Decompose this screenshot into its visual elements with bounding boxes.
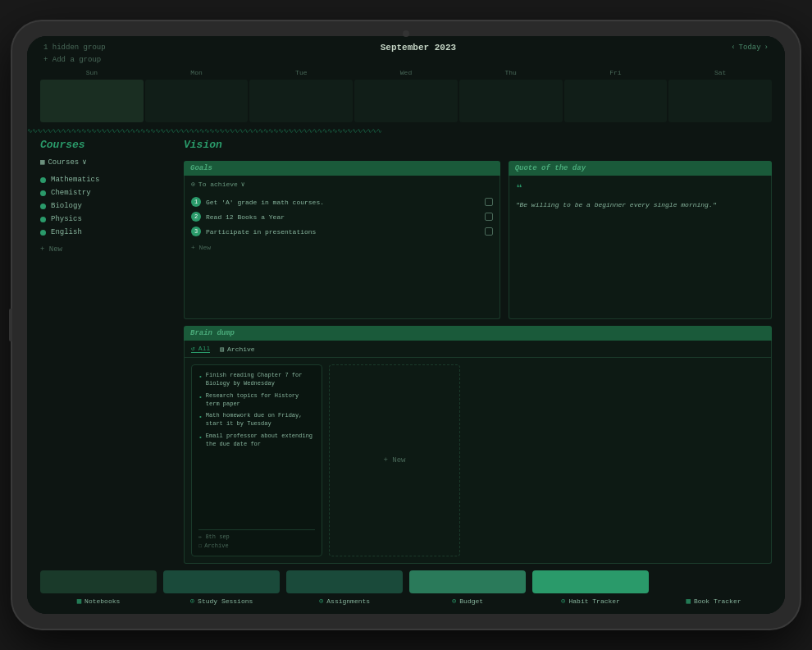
nav-item-book-tracker[interactable]: ▦ Book Tracker [655,597,772,606]
to-achieve-label: To achieve [198,181,238,188]
budget-nav-icon: ⊙ [452,597,456,606]
nav-label-habit-tracker: Habit Tracker [569,597,620,605]
dump-note-items: • Finish reading Chapter 7 for Biology b… [198,372,315,526]
dump-note-item-1: • Finish reading Chapter 7 for Biology b… [198,372,315,388]
goals-header: Goals [184,161,500,176]
courses-dropdown-label: Courses [48,158,79,167]
nav-label-study-sessions: Study Sessions [198,597,253,605]
course-item-physics[interactable]: Physics [40,213,174,226]
nav-thumb-1 [40,570,157,593]
add-new-course-button[interactable]: + New [40,245,174,254]
nav-label-book-tracker: Book Tracker [694,597,741,605]
nav-label-notebooks: Notebooks [84,597,120,605]
refresh-icon: ↺ [191,345,195,352]
prev-month-icon[interactable]: ‹ [731,43,735,52]
day-sat: Sat [668,67,772,78]
nav-item-study-sessions[interactable]: ⊙ Study Sessions [163,597,280,606]
course-dot [40,217,46,222]
calendar-cell-3[interactable] [249,80,353,122]
calendar-cell-2[interactable] [145,80,249,122]
bullet-icon-1: • [198,373,203,380]
calendar-cell-5[interactable] [459,80,563,122]
calendar-section: 1 hidden group September 2023 ‹ Today › … [27,36,785,122]
brain-dump-header: Brain dump [184,326,772,341]
add-group-button[interactable]: + Add a group [40,56,772,64]
to-achieve-dropdown[interactable]: ⊙ To achieve ∨ [191,181,493,188]
goal-item-3: 3 Participate in presentations [191,224,493,239]
goals-body: ⊙ To achieve ∨ 1 Get 'A' grade in math c… [184,176,500,319]
dump-note-item-3: • Math homework due on Friday, start it … [198,412,315,428]
dump-tabs: ↺ All ▤ Archive [185,341,771,358]
tablet-device: 1 hidden group September 2023 ‹ Today › … [12,21,800,629]
archive-icon: ▤ [220,346,224,353]
bottom-nav: ▦ Notebooks ⊙ Study Sessions ⊙ Assignmen… [27,564,785,614]
course-name-physics: Physics [51,215,82,223]
add-new-goal-button[interactable]: + New [191,244,493,251]
dump-tab-all[interactable]: ↺ All [191,345,210,353]
course-dot [40,190,46,196]
hidden-group-text: 1 hidden group [43,43,106,52]
course-item-chemistry[interactable]: Chemistry [40,186,174,199]
screen-content: 1 hidden group September 2023 ‹ Today › … [27,36,785,614]
day-wed: Wed [354,67,458,78]
goal-left-2: 2 Read 12 Books a Year [191,212,285,222]
goal-text-2: Read 12 Books a Year [206,213,285,221]
calendar-cell-4[interactable] [354,80,458,122]
notebook-nav-icon: ▦ [77,597,81,606]
course-dot [40,204,46,209]
quote-section: Quote of the day ❝ "Be willing to be a b… [509,161,772,319]
today-button[interactable]: Today [739,43,761,52]
courses-dropdown[interactable]: ▦ Courses ∨ [40,158,174,167]
nav-item-assignments[interactable]: ⊙ Assignments [286,597,403,606]
nav-thumb-5 [532,570,649,593]
nav-label-assignments: Assignments [326,597,370,605]
assignments-nav-icon: ⊙ [319,597,323,606]
dump-note-text-1: Finish reading Chapter 7 for Biology by … [206,372,315,388]
course-item-mathematics[interactable]: Mathematics [40,173,174,186]
calendar-cell-7[interactable] [668,80,772,122]
dump-note-item-4: • Email professor about extending the du… [198,433,315,449]
course-item-english[interactable]: English [40,226,174,239]
nav-item-notebooks[interactable]: ▦ Notebooks [40,597,157,606]
bullet-icon-2: • [198,393,203,401]
course-dot [40,177,46,183]
calendar-title: September 2023 [381,43,456,53]
calendar-cell-6[interactable] [564,80,668,122]
nav-thumb-6 [655,570,772,593]
quote-body: ❝ "Be willing to be a beginner every sin… [509,176,772,319]
course-list: Mathematics Chemistry Biology Physi [40,173,174,239]
brain-dump-body: ↺ All ▤ Archive [184,341,772,564]
add-icon: + New [383,456,405,465]
archive-label: Archive [204,542,228,549]
goal-checkbox-2[interactable] [485,213,493,221]
nav-item-budget[interactable]: ⊙ Budget [409,597,526,606]
dump-tab-archive[interactable]: ▤ Archive [220,346,254,353]
nav-item-habit-tracker[interactable]: ⊙ Habit Tracker [532,597,649,606]
checkbox-icon: ☐ [198,542,202,549]
course-item-biology[interactable]: Biology [40,199,174,213]
calendar-cell-1[interactable] [40,80,144,122]
next-month-icon[interactable]: › [764,43,769,52]
bullet-icon-4: • [198,433,203,441]
dump-note-item-2: • Research topics for History term paper [198,392,315,409]
right-content: Vision Goals ⊙ To achieve ∨ [184,139,772,564]
goal-checkbox-3[interactable] [485,227,493,236]
book-nav-icon: ▦ [686,597,690,606]
dump-add-card-button[interactable]: + New [329,364,460,556]
calendar-days-header: Sun Mon Tue Wed Thu Fri Sat [40,67,772,78]
dump-archive-button[interactable]: ☐ Archive [198,542,315,549]
goal-checkbox-1[interactable] [485,198,493,206]
goal-left-1: 1 Get 'A' grade in math courses. [191,197,324,207]
habit-nav-icon: ⊙ [561,597,565,606]
target-icon: ⊙ [191,181,195,188]
course-name-biology: Biology [51,202,82,210]
brain-dump-section: Brain dump ↺ All ▤ Archive [184,326,772,564]
dump-note-card: • Finish reading Chapter 7 for Biology b… [191,364,322,556]
today-nav[interactable]: ‹ Today › [731,43,769,52]
nav-thumb-2 [163,570,280,593]
day-mon: Mon [145,67,249,78]
vision-title: Vision [184,139,772,151]
dump-content: • Finish reading Chapter 7 for Biology b… [185,358,771,563]
quote-header: Quote of the day [509,161,772,176]
sidebar-title: Courses [40,139,174,151]
